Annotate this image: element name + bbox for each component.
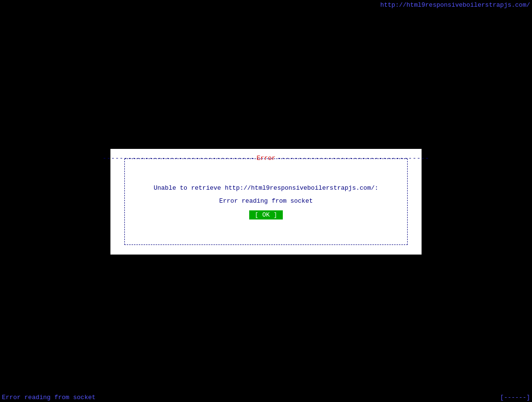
ok-button[interactable]: [ OK ] [249, 210, 283, 219]
status-left: Error reading from socket [2, 394, 96, 401]
url-bar: http://html9responsiveboilerstrapjs.com/ [0, 0, 532, 10]
status-right: [------] [500, 394, 530, 401]
error-title-dashes-right: ------------------------------------ [278, 155, 430, 162]
dialog-content: Unable to retrieve http://html9responsiv… [125, 159, 407, 244]
status-bar: Error reading from socket [------] [0, 392, 532, 402]
error-title-dashes-left: ------------------------------------ [103, 155, 255, 162]
retrieve-text: Unable to retrieve http://html9responsiv… [154, 184, 378, 192]
dialog-box: ------------------------------------ Err… [124, 158, 408, 245]
dialog-container: ------------------------------------ Err… [110, 149, 422, 255]
url-text: http://html9responsiveboilerstrapjs.com/ [380, 1, 530, 9]
error-title-line: ------------------------------------ Err… [125, 155, 407, 162]
error-title-text: Error [255, 155, 278, 162]
error-socket-text: Error reading from socket [219, 197, 313, 205]
